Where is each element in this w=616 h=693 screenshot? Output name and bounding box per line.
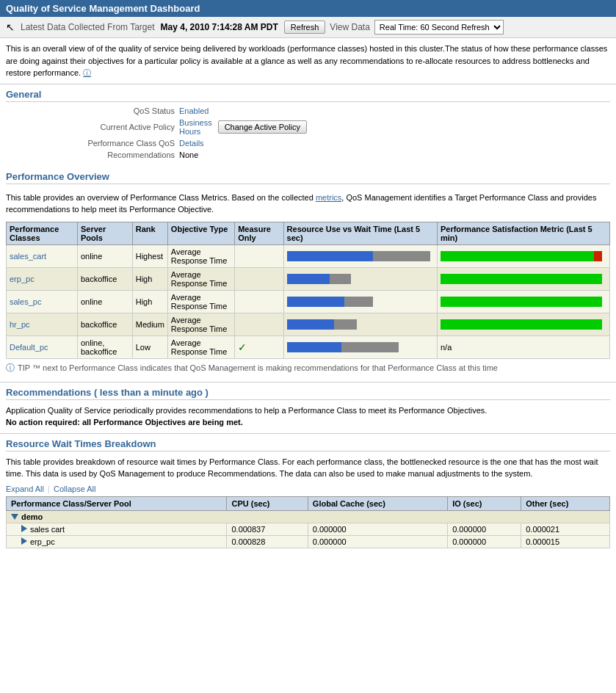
default-pc-link[interactable]: Default_pc [10,343,48,352]
col-global-cache: Global Cache (sec) [308,496,447,510]
collapse-all-link[interactable]: Collapse All [54,485,95,493]
cell-server-pools: online, backoffice [77,335,132,358]
recommendations-label: Recommendations [50,150,175,159]
metrics-link[interactable]: metrics [316,193,341,202]
qos-status-label: QoS Status [50,106,175,115]
bar-green [441,274,602,284]
cell-resource-bar [283,290,437,313]
bar-gray [341,342,399,352]
view-data-select[interactable]: Real Time: 60 Second Refresh [374,20,504,35]
view-data-label: View Data [330,22,369,32]
bar-blue [287,251,373,261]
refresh-button[interactable]: Refresh [284,21,326,34]
bar-green [441,319,602,330]
resource-wait-desc: This table provides breakdown of resourc… [6,456,610,480]
performance-overview-title: Performance Overview [6,171,610,184]
cell-objective-type: Average Response Time [167,267,234,290]
col-measure-only: Measure Only [235,222,283,244]
cell-server-pools: backoffice [77,313,132,335]
sales-pc-link[interactable]: sales_pc [10,297,41,306]
general-section-title: General [6,89,610,102]
performance-overview-section: Performance Overview This table provides… [0,167,616,382]
cell-sat-bar [437,267,609,290]
cell-objective-type: Average Response Time [167,290,234,313]
table-row: erp_pc 0.000828 0.000000 0.000000 0.0000… [7,535,610,548]
cell-sat-bar [437,290,609,313]
table-row: sales_cart online Highest Average Respon… [7,244,610,267]
bar-green [441,251,594,261]
qos-status-link[interactable]: Enabled [179,106,209,115]
cell-sat-text: n/a [437,335,609,358]
policy-link[interactable]: BusinessHours [179,118,212,136]
col-other: Other (sec) [521,496,610,510]
recommendations-value: None [179,150,198,159]
col-rank: Rank [132,222,167,244]
general-section: General QoS Status Enabled Current Activ… [0,84,616,167]
current-active-policy-row: Current Active Policy BusinessHours Chan… [50,118,610,136]
cell-measure-only [235,244,283,267]
tip-text: ⓘ TIP ™ next to Performance Class indica… [6,359,610,377]
resource-wait-times-section: Resource Wait Times Breakdown This table… [0,433,616,553]
bar-green [441,297,602,307]
bar-gray [334,319,357,330]
sales-cart-link[interactable]: sales_cart [10,252,46,261]
cell-measure-only: ✓ [235,335,283,358]
cell-rank: High [132,290,167,313]
hr-pc-link[interactable]: hr_pc [10,320,30,329]
bar-gray [344,297,373,307]
cell-server-pools: online [77,244,132,267]
table-row: sales cart 0.000837 0.000000 0.000000 0.… [7,523,610,535]
bar-blue [287,319,334,330]
resource-wait-table: Performance Class/Server Pool CPU (sec) … [6,496,610,548]
group-row-demo: demo [7,510,610,523]
sat-bar [441,297,602,307]
bar-gray [330,274,351,284]
qos-status-value: Enabled [179,106,209,115]
cursor-icon: ↖ [6,21,15,33]
current-active-policy-label: Current Active Policy [50,123,175,131]
expand-icon[interactable] [11,514,18,520]
resource-bar [287,274,430,284]
info-link[interactable]: ⓘ [83,68,91,77]
child-expand-icon[interactable] [21,525,27,532]
cell-measure-only [235,267,283,290]
cell-child-name: sales cart [7,523,227,535]
cell-cpu: 0.000828 [227,535,308,548]
recommendations-desc: Application Quality of Service periodica… [6,404,610,429]
cell-name: Default_pc [7,335,78,358]
table-row: erp_pc backoffice High Average Response … [7,267,610,290]
recommendations-section: Recommendations ( less than a minute ago… [0,382,616,433]
checkmark-icon: ✓ [238,341,247,353]
change-active-policy-button[interactable]: Change Active Policy [218,120,307,134]
cell-objective-type: Average Response Time [167,335,234,358]
child-expand-icon[interactable] [21,537,27,545]
cell-global-cache: 0.000000 [308,523,447,535]
resource-bar [287,251,430,261]
cell-name: erp_pc [7,267,78,290]
cell-sat-bar [437,313,609,335]
resource-wait-times-title: Resource Wait Times Breakdown [6,438,610,451]
cell-other: 0.000015 [521,535,610,548]
recommendations-section-title: Recommendations ( less than a minute ago… [6,387,610,400]
recommendations-action: No action required: all Performance Obje… [6,418,243,427]
cell-objective-type: Average Response Time [167,313,234,335]
performance-class-qos-row: Performance Class QoS Details [50,139,610,148]
col-io: IO (sec) [448,496,521,510]
expand-all-link[interactable]: Expand All [6,485,44,493]
performance-overview-table: Performance Classes Server Pools Rank Ob… [6,222,610,359]
cell-measure-only [235,313,283,335]
sat-bar [441,274,602,284]
cell-name: hr_pc [7,313,78,335]
cell-resource-bar [283,267,437,290]
cell-rank: Low [132,335,167,358]
col-sat-metric: Performance Satisfaction Metric (Last 5 … [437,222,609,244]
intro-text: This is an overall view of of the qualit… [0,38,616,84]
bar-blue [287,297,344,307]
erp-pc-link[interactable]: erp_pc [10,275,35,283]
bar-blue [287,274,330,284]
col-resource-use: Resource Use vs Wait Time (Last 5 sec) [283,222,437,244]
details-link[interactable]: Details [179,139,204,148]
col-pc-server-pool: Performance Class/Server Pool [7,496,227,510]
sat-bar [441,251,602,261]
cell-io: 0.000000 [448,523,521,535]
